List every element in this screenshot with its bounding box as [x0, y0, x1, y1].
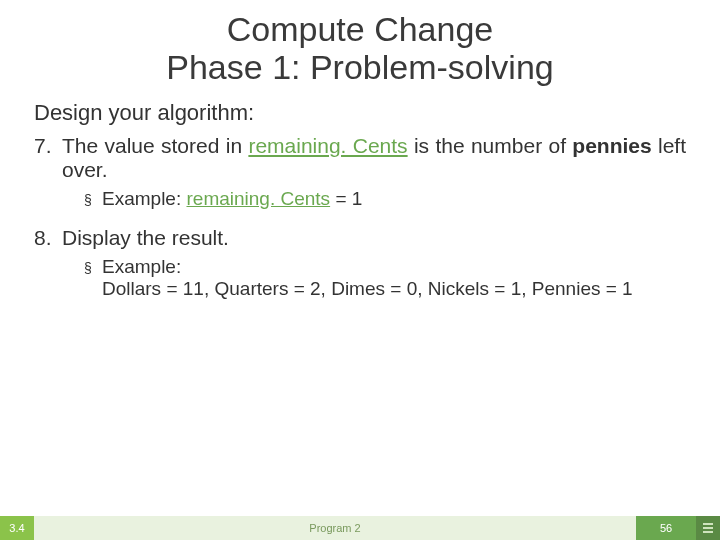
example-text: Example: Dollars = 11, Quarters = 2, Dim…	[102, 256, 686, 300]
item-text: The value stored in remaining. Cents is …	[62, 134, 686, 182]
sub-list: § Example: remaining. Cents = 1	[34, 182, 686, 222]
list-item-8: 8. Display the result. § Example: Dollar…	[34, 226, 686, 310]
text-bold: pennies	[572, 134, 651, 157]
footer-page-number: 56	[636, 516, 696, 540]
example-text: Example: remaining. Cents = 1	[102, 188, 686, 210]
algorithm-list: 7. The value stored in remaining. Cents …	[0, 134, 720, 310]
footer-program-label: Program 2	[34, 516, 636, 540]
example-line: Dollars = 11, Quarters = 2, Dimes = 0, N…	[102, 278, 633, 299]
title-block: Compute Change Phase 1: Problem-solving	[0, 0, 720, 86]
slide: Compute Change Phase 1: Problem-solving …	[0, 0, 720, 540]
text-pre: The value stored in	[62, 134, 248, 157]
hamburger-icon	[703, 523, 713, 533]
footer-menu-icon	[696, 516, 720, 540]
item-number: 7.	[34, 134, 62, 158]
variable-name: remaining. Cents	[186, 188, 330, 209]
example-value: = 1	[330, 188, 362, 209]
bullet-icon: §	[84, 188, 102, 212]
example-item: § Example: Dollars = 11, Quarters = 2, D…	[84, 256, 686, 300]
example-label: Example:	[102, 256, 181, 277]
list-item-7: 7. The value stored in remaining. Cents …	[34, 134, 686, 222]
footer-section-number: 3.4	[0, 516, 34, 540]
item-number: 8.	[34, 226, 62, 250]
sub-list: § Example: Dollars = 11, Quarters = 2, D…	[34, 250, 686, 310]
footer-bar: 3.4 Program 2 56	[0, 516, 720, 540]
item-text: Display the result.	[62, 226, 686, 250]
title-line-1: Compute Change	[0, 10, 720, 48]
example-item: § Example: remaining. Cents = 1	[84, 188, 686, 212]
title-line-2: Phase 1: Problem-solving	[0, 48, 720, 86]
text-mid: is the number of	[408, 134, 573, 157]
example-label: Example:	[102, 188, 186, 209]
section-heading: Design your algorithm:	[0, 86, 720, 134]
variable-name: remaining. Cents	[248, 134, 407, 157]
bullet-icon: §	[84, 256, 102, 280]
